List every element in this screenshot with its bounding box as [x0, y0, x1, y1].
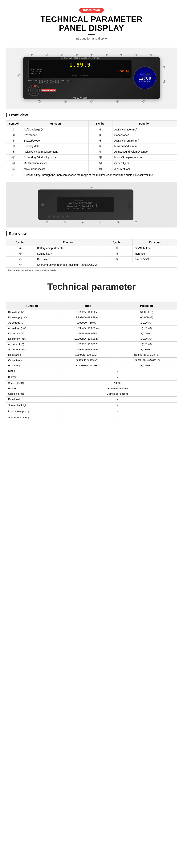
function-cell: Decrease *: [35, 256, 102, 262]
front-view-table: Symbol Function Symbol Function ① Ac/Dc …: [6, 120, 177, 178]
tech-func-cell: Frequency: [6, 363, 58, 368]
symbol-cell: ⑤: [6, 256, 35, 262]
symbol-cell: ⑪: [6, 155, 22, 160]
table-row: Ac voltage (mV) 19.999mV~199.99mV ±(0.3%…: [6, 326, 177, 331]
table-row: ⑮ mA current socket ⑯ A current jack: [6, 166, 177, 172]
symbol-cell-2: ②: [89, 127, 112, 132]
main-knob[interactable]: [28, 85, 40, 96]
tech-func-cell: Dc current (A): [6, 331, 58, 336]
device-right-panel: 12:00 CLOCK/TEMP: [134, 66, 156, 89]
function-cell-2: Adjust sound volume/Range: [112, 149, 177, 155]
tech-func-cell: Screen backlight: [6, 403, 58, 409]
function-cell: Keeping data: [22, 144, 89, 149]
rear-btn-3[interactable]: [52, 215, 55, 218]
tech-check-cell: ✓: [58, 374, 177, 380]
tech-check-cell: ✓: [58, 397, 177, 403]
device-rear-body: WARNING 30 AV DC CURRENT INPUT PLEASE TE…: [38, 189, 134, 220]
tech-func-cell: Low battery prompt: [6, 409, 58, 415]
function-cell: mA current socket: [22, 166, 89, 172]
display-value: 1.99.9: [31, 62, 129, 68]
symbol-cell: ⑦: [6, 262, 35, 268]
tech-range-cell: 99.99Hz~6.000MHz: [58, 363, 116, 368]
rear-num-1: ①: [38, 186, 145, 189]
tech-param-header: Technical parameter: [0, 276, 183, 298]
table-row: Low battery prompt ✓: [6, 409, 177, 415]
symbol-cell-2: ⑧: [89, 144, 112, 149]
tech-range-cell: 19.999mV~199.99mV: [58, 315, 116, 320]
function-cell-2: Capacitance: [112, 132, 177, 138]
tech-range-cell: Automatic/manual: [58, 386, 177, 391]
rear-bottom-num-2: ②: [46, 221, 48, 224]
tech-prec-cell: ±(0.5%+3)~±(5.0%+5): [116, 352, 177, 358]
front-view-title: Front view: [6, 113, 177, 117]
function-cell-span: Charging power interface (maximum input …: [35, 262, 177, 268]
rear-btn-4[interactable]: [57, 215, 60, 218]
table-row: Dc current (mA) 19.999mA~199.99mA ±(0.8%…: [6, 336, 177, 342]
tech-prec-cell: ±(0.05%+3): [116, 315, 177, 320]
col-function-1: Function: [22, 121, 89, 127]
symbol-cell-note: ⑰: [6, 172, 22, 178]
clock-value: 12:00: [139, 76, 151, 81]
tech-col-precision: Precision: [116, 302, 177, 309]
title-divider: [88, 34, 95, 35]
title-bar-icon-rear: [6, 231, 7, 236]
rear-bottom-buttons: [48, 215, 69, 218]
table-row: Data Hold ✓: [6, 397, 177, 403]
num-9: ⑨: [150, 53, 152, 56]
tech-prec-cell: ±(0.3%+3): [116, 326, 177, 331]
symbol-cell-2: ②: [102, 245, 133, 251]
function-cell: Resistance: [22, 132, 89, 138]
table-row: ⑦ Charging power interface (maximum inpu…: [6, 262, 177, 268]
tech-prec-cell: ±(0.05%+3): [116, 309, 177, 315]
table-row: Buzzer ✓: [6, 374, 177, 380]
rear-left-btn[interactable]: [41, 203, 44, 207]
function-cell: Multifunction socket: [22, 160, 89, 166]
rear-btn-2[interactable]: [48, 215, 51, 218]
function-cell-2: General jack: [112, 160, 177, 166]
table-row: Screen backlight ✓: [6, 403, 177, 409]
page-subtitle: Introduction and display: [8, 37, 175, 40]
table-row: Screen (LCD) 19999: [6, 380, 177, 386]
num-10: ⑩: [163, 65, 166, 68]
function-cell: Ac/Dc voltage (V): [22, 127, 89, 132]
table-row: Sampling rate 3 times per second: [6, 391, 177, 397]
symbol-cell-2: ⑫: [89, 155, 112, 160]
table-row: Frequency 99.99Hz~6.000MHz ±(0.1%+2): [6, 363, 177, 368]
rear-device-image: ① WARNING 30 AV DC CURRENT INPUT PLEASE …: [6, 182, 177, 227]
tech-check-cell: ✓: [58, 415, 177, 421]
rear-warning-label: WARNING 30 AV DC CURRENT INPUT PLEASE TE…: [57, 197, 114, 212]
symbol-cell-2: ④: [89, 132, 112, 138]
rear-col-symbol-2: Symbol: [102, 239, 133, 245]
rear-bottom-num-5: ⑤: [99, 221, 102, 224]
voltage-range-button[interactable]: VOLTAGE RANGE: [41, 89, 56, 92]
col-function-2: Function: [112, 121, 177, 127]
tech-range-cell: 19.999mA~199.99mA: [58, 347, 116, 352]
note-row: ⑰ Press this key, through the knob can c…: [6, 172, 177, 178]
clock-display: 12:00 CLOCK/TEMP: [134, 66, 156, 89]
rear-btn-5[interactable]: [61, 215, 65, 218]
symbol-cell: ⑮: [6, 166, 22, 172]
num-11: ⑪: [163, 80, 166, 84]
symbol-cell: ⑦: [6, 144, 22, 149]
table-row: Diode ✓: [6, 368, 177, 374]
num-8: ⑧: [135, 53, 138, 56]
tech-func-cell: Sampling rate: [6, 391, 58, 397]
tech-prec-cell: ±(0.8%+3): [116, 347, 177, 352]
table-row: ⑤ Buzzer/Diode ⑥ Ac/Dc current (A mA): [6, 138, 177, 144]
rear-btn-6[interactable]: [66, 215, 69, 218]
tech-func-cell: Dc current (mA): [6, 336, 58, 342]
tech-func-cell: Capacitance: [6, 358, 58, 363]
connector-1: [39, 80, 43, 84]
tech-prec-cell: ±(0.8%+3): [116, 336, 177, 342]
tech-func-cell: Screen (LCD): [6, 380, 58, 386]
tech-check-cell: ✓: [58, 368, 177, 374]
function-cell: Battery compartments: [35, 245, 102, 251]
rear-bottom-num-7: ⑦: [135, 221, 137, 224]
function-cell: Buzzer/Diode: [22, 138, 89, 144]
tech-prec-cell: ±(0.8%+3): [116, 342, 177, 347]
table-row: ③ Setting key * ④ Increase *: [6, 251, 177, 256]
function-cell-2: Ac/Dc voltage (mV): [112, 127, 177, 132]
tech-func-cell: Data Hold: [6, 397, 58, 403]
function-cell-2: Main VA display screen: [112, 155, 177, 160]
rear-view-section: Rear view Symbol Function Symbol Functio…: [0, 227, 183, 276]
